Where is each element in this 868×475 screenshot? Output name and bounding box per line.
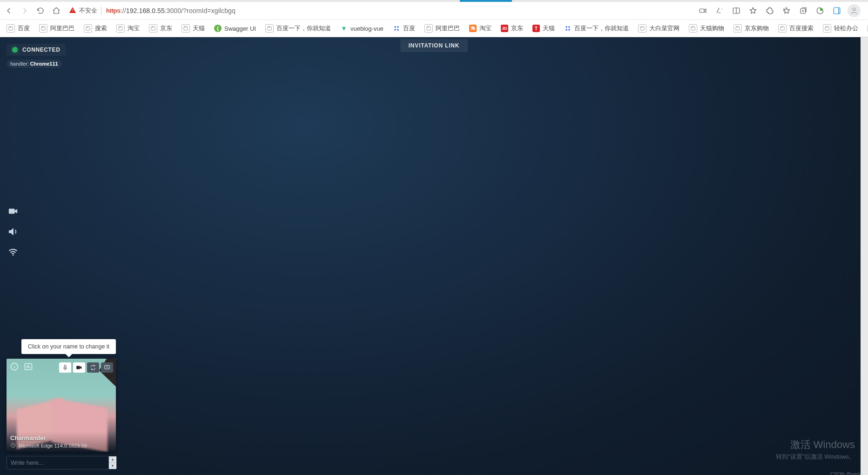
tile-camera-button[interactable] <box>73 362 85 373</box>
bookmark-favicon <box>424 24 433 33</box>
bookmark-item[interactable]: 淘淘宝 <box>465 22 495 34</box>
edge-sidebar-icon[interactable] <box>831 5 843 17</box>
toggle-audio-button[interactable] <box>7 226 20 238</box>
tab-strip-accent <box>0 0 868 2</box>
svg-point-17 <box>565 26 567 28</box>
forward-button[interactable] <box>20 6 30 16</box>
address-bar-row: 不安全 https://192.168.0.55:3000/?roomId=xg… <box>0 2 868 20</box>
bookmark-item[interactable]: 天猫购物 <box>685 22 728 34</box>
tile-overlay: Charmander Microsoft Edge 114.0.1823.58 <box>7 432 116 452</box>
bookmark-item[interactable]: 百度一下，你就知道 <box>560 22 632 34</box>
bookmark-item[interactable]: T天猫 <box>529 22 558 34</box>
bookmarks-bar: 百度阿里巴巴搜索淘宝京东天猫{Swagger UI百度一下，你就知道▼vuebl… <box>0 20 868 37</box>
bookmark-favicon <box>689 24 697 33</box>
bookmark-item[interactable]: 大白菜官网 <box>634 22 683 34</box>
bookmark-label: 淘宝 <box>128 24 140 33</box>
bookmark-label: 阿里巴巴 <box>436 24 460 33</box>
display-name[interactable]: Charmander <box>10 435 112 442</box>
local-video-tile[interactable]: Charmander Microsoft Edge 114.0.1823.58 <box>7 359 116 452</box>
bookmark-item[interactable]: 百度 <box>3 22 34 34</box>
bookmark-label: 阿里巴巴 <box>50 24 74 33</box>
network-quality-button[interactable] <box>7 246 20 258</box>
performance-icon[interactable] <box>814 5 826 17</box>
chat-input[interactable] <box>7 456 108 469</box>
bookmark-item[interactable]: 阿里巴巴 <box>421 22 464 34</box>
tile-mic-button[interactable] <box>59 362 71 373</box>
bookmark-item[interactable]: 百度搜索 <box>774 22 817 34</box>
chat-spin-down[interactable]: ▼ <box>109 463 116 469</box>
svg-point-14 <box>394 29 396 30</box>
tile-info-icon[interactable] <box>9 361 20 372</box>
bookmark-item[interactable]: JD京东 <box>497 22 527 34</box>
bookmark-label: 京东 <box>160 24 172 33</box>
profile-avatar[interactable] <box>848 4 861 17</box>
back-button[interactable] <box>4 6 14 16</box>
bookmark-item[interactable]: 京东购物 <box>730 22 773 34</box>
bookmark-label: 大白菜官网 <box>649 24 680 33</box>
invitation-link-button[interactable]: INVITATION LINK <box>400 39 468 52</box>
bookmark-favicon: ▼ <box>340 25 348 32</box>
svg-point-20 <box>568 29 570 30</box>
handler-value: Chrome111 <box>30 61 58 67</box>
chat-spinner: ▲ ▼ <box>108 456 116 469</box>
bookmark-item[interactable]: 搜索 <box>80 22 111 34</box>
connection-status-badge: CONNECTED <box>7 44 66 56</box>
app-viewport: CONNECTED handler: Chrome111 INVITATION … <box>0 37 868 475</box>
bookmark-favicon <box>116 24 125 33</box>
split-screen-icon[interactable] <box>730 5 742 17</box>
bookmark-item[interactable]: 轻松办公 <box>819 22 862 34</box>
bookmark-favicon: 淘 <box>469 25 477 32</box>
bookmark-favicon <box>733 24 742 33</box>
tile-share-screen-button[interactable] <box>101 362 113 373</box>
camera-permission-icon[interactable] <box>697 5 709 17</box>
svg-rect-31 <box>64 365 66 368</box>
bookmark-favicon <box>182 24 190 33</box>
bookmark-favicon <box>265 24 274 33</box>
home-button[interactable] <box>51 6 61 16</box>
tile-stats-icon[interactable] <box>23 361 34 372</box>
svg-rect-32 <box>76 366 80 369</box>
bookmark-item[interactable]: 淘宝 <box>113 22 143 34</box>
svg-point-28 <box>13 255 13 256</box>
bookmark-item[interactable]: {Swagger UI <box>210 23 260 34</box>
favorites-list-icon[interactable] <box>781 5 793 17</box>
address-bar[interactable]: 不安全 https://192.168.0.55:3000/?roomId=xg… <box>67 7 691 15</box>
svg-rect-3 <box>834 7 840 14</box>
bookmark-item[interactable]: 京东 <box>145 22 176 34</box>
bookmark-favicon <box>638 24 646 33</box>
bookmark-item[interactable]: 天猫 <box>178 22 209 34</box>
bookmark-favicon: { <box>214 25 222 32</box>
bookmark-label: 百度 <box>403 24 415 33</box>
device-info-icon <box>10 442 16 449</box>
toolbar-right <box>697 4 864 17</box>
side-actions <box>7 205 20 258</box>
bookmark-favicon <box>823 24 831 33</box>
bookmark-favicon <box>149 24 157 33</box>
svg-point-4 <box>853 8 855 11</box>
extensions-icon[interactable] <box>764 5 776 17</box>
bookmark-label: 百度搜索 <box>789 24 814 33</box>
bookmark-favicon <box>393 25 400 32</box>
bookmark-favicon <box>84 24 92 33</box>
svg-point-18 <box>568 26 570 28</box>
refresh-button[interactable] <box>35 6 46 16</box>
bookmark-item[interactable]: 360搜索 <box>864 22 868 34</box>
bookmark-item[interactable]: ▼vueblog-vue <box>336 23 387 34</box>
favorite-star-icon[interactable] <box>747 5 759 17</box>
bookmark-favicon <box>7 24 15 33</box>
chat-spin-up[interactable]: ▲ <box>109 456 116 463</box>
toggle-camera-button[interactable] <box>7 205 20 217</box>
connection-status-label: CONNECTED <box>22 47 60 53</box>
bookmark-item[interactable]: 阿里巴巴 <box>35 22 78 34</box>
viewport-scrollbar[interactable] <box>861 37 868 475</box>
read-aloud-icon[interactable] <box>713 5 726 17</box>
security-indicator[interactable]: 不安全 <box>69 7 101 15</box>
collections-icon[interactable] <box>797 5 809 17</box>
svg-point-15 <box>397 29 399 30</box>
bookmark-item[interactable]: 百度一下，你就知道 <box>262 22 335 34</box>
tile-switch-camera-button[interactable] <box>87 362 99 373</box>
bookmark-label: 百度一下，你就知道 <box>574 24 629 33</box>
bookmark-label: 百度 <box>18 24 30 33</box>
handler-badge: handler: Chrome111 <box>7 60 62 68</box>
bookmark-item[interactable]: 百度 <box>389 22 419 34</box>
